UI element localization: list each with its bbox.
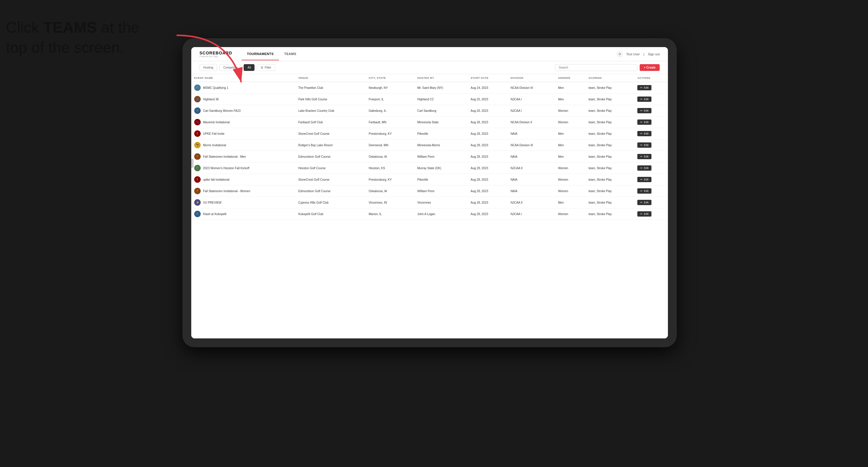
edit-icon: ✏ — [640, 201, 643, 204]
cell-division: NAIA — [507, 174, 555, 185]
edit-button[interactable]: ✏ Edit — [637, 211, 651, 217]
team-logo: ⚡ — [194, 199, 201, 206]
edit-button[interactable]: ✏ Edit — [637, 188, 651, 194]
cell-scoring: team, Stroke Play — [586, 185, 634, 197]
cell-venue: StoneCrest Golf Course — [296, 174, 366, 185]
cell-event-name: 🏌 2023 Women's Hesston Fall Kickoff — [191, 162, 296, 174]
event-name: MSMC Qualifying 1 — [203, 86, 228, 89]
cell-city-state: Deerwood, MN — [366, 139, 414, 151]
competing-tab[interactable]: Competing — [219, 64, 241, 71]
cell-gender: Women — [555, 105, 586, 117]
team-logo: 🏌 — [194, 176, 201, 183]
cell-start-date: Aug 28, 2023 — [468, 185, 508, 197]
col-actions: ACTIONS — [634, 74, 668, 82]
cell-city-state: Vincennes, IN — [366, 197, 414, 208]
event-name: 2023 Women's Hesston Fall Kickoff — [203, 166, 249, 170]
nav-teams[interactable]: TEAMS — [279, 48, 302, 60]
edit-button[interactable]: ✏ Edit — [637, 85, 651, 90]
hosting-tab[interactable]: Hosting — [199, 64, 217, 71]
edit-button[interactable]: ✏ Edit — [637, 165, 651, 171]
col-event-name: EVENT NAME — [191, 74, 296, 82]
col-start-date: START DATE — [468, 74, 508, 82]
cell-event-name: 🏌 MSMC Qualifying 1 — [191, 82, 296, 94]
nav-right: ⚙ Test User | Sign out — [617, 51, 660, 57]
edit-button[interactable]: ✏ Edit — [637, 120, 651, 125]
edit-button[interactable]: ✏ Edit — [637, 154, 651, 159]
cell-division: NJCAA I — [507, 94, 555, 105]
cell-actions: ✏ Edit — [634, 174, 668, 185]
cell-city-state: Oskaloosa, IA — [366, 185, 414, 197]
cell-scoring: team, Stroke Play — [586, 128, 634, 139]
event-name: Fall Statesmen Invitational - Women — [203, 189, 250, 193]
cell-city-state: Galesburg, IL — [366, 105, 414, 117]
cell-division: NJCAA I — [507, 208, 555, 220]
cell-venue: Faribault Golf Club — [296, 117, 366, 128]
all-tab[interactable]: All — [244, 64, 254, 71]
cell-event-name: 🏌 Klash at Kokopelli — [191, 208, 296, 220]
cell-hosted-by: Pikeville — [414, 174, 468, 185]
cell-city-state: Prestonsburg, KY — [366, 174, 414, 185]
cell-gender: Women — [555, 162, 586, 174]
cell-hosted-by: Vincennes — [414, 197, 468, 208]
cell-division: NCAA Division III — [507, 139, 555, 151]
team-logo: 🏌 — [194, 211, 201, 217]
cell-event-name: 🦅 Morris Invitational — [191, 139, 296, 151]
tablet-screen: SCOREBOARD Powered by Clipp TOURNAMENTS … — [191, 47, 668, 338]
edit-button[interactable]: ✏ Edit — [637, 131, 651, 136]
col-gender: GENDER — [555, 74, 586, 82]
search-input[interactable] — [555, 64, 637, 71]
filter-label: Filter — [265, 66, 271, 69]
cell-venue: Park Hills Golf Course — [296, 94, 366, 105]
filter-icon: ☰ — [261, 66, 264, 69]
team-logo: 👤 — [194, 96, 201, 102]
cell-start-date: Aug 28, 2023 — [468, 117, 508, 128]
cell-actions: ✏ Edit — [634, 117, 668, 128]
edit-icon: ✏ — [640, 178, 643, 181]
table-row: ⚡ VU PREVIEW Cypress Hills Golf Club Vin… — [191, 197, 668, 208]
cell-hosted-by: William Penn — [414, 151, 468, 162]
filter-button[interactable]: ☰ Filter — [257, 64, 275, 71]
edit-label: Edit — [644, 98, 649, 101]
table-container: EVENT NAME VENUE CITY, STATE HOSTED BY S… — [191, 74, 668, 338]
cell-gender: Women — [555, 174, 586, 185]
edit-label: Edit — [644, 86, 649, 89]
cell-scoring: team, Stroke Play — [586, 139, 634, 151]
create-button[interactable]: + Create — [640, 64, 660, 71]
cell-scoring: team, Stroke Play — [586, 174, 634, 185]
edit-icon: ✏ — [640, 213, 643, 215]
cell-scoring: team, Stroke Play — [586, 208, 634, 220]
edit-label: Edit — [644, 213, 649, 215]
table-row: 🏌 Klash at Kokopelli Kokopelli Golf Club… — [191, 208, 668, 220]
settings-icon[interactable]: ⚙ — [617, 51, 623, 57]
table-row: 🏌 Carl Sandburg Women FA23 Lake Bracken … — [191, 105, 668, 117]
team-logo: 🐾 — [194, 119, 201, 125]
user-name: Test User — [626, 52, 640, 56]
cell-city-state: Faribault, MN — [366, 117, 414, 128]
cell-city-state: Marion, IL — [366, 208, 414, 220]
nav-tournaments[interactable]: TOURNAMENTS — [242, 48, 279, 60]
edit-icon: ✏ — [640, 109, 643, 112]
edit-button[interactable]: ✏ Edit — [637, 108, 651, 113]
cell-hosted-by: Minnesota State — [414, 117, 468, 128]
tablet-frame: SCOREBOARD Powered by Clipp TOURNAMENTS … — [182, 38, 677, 347]
edit-button[interactable]: ✏ Edit — [637, 143, 651, 148]
edit-icon: ✏ — [640, 189, 643, 192]
cell-hosted-by: Carl Sandburg — [414, 105, 468, 117]
edit-label: Edit — [644, 178, 649, 181]
cell-venue: Hesston Golf Course — [296, 162, 366, 174]
cell-scoring: team, Stroke Play — [586, 94, 634, 105]
cell-actions: ✏ Edit — [634, 82, 668, 94]
edit-button[interactable]: ✏ Edit — [637, 177, 651, 182]
cell-division: NAIA — [507, 185, 555, 197]
event-name: Morris Invitational — [203, 144, 226, 147]
edit-icon: ✏ — [640, 121, 643, 124]
cell-venue: The Powelton Club — [296, 82, 366, 94]
sign-out-link[interactable]: Sign out — [648, 52, 660, 56]
cell-start-date: Aug 28, 2023 — [468, 162, 508, 174]
cell-gender: Men — [555, 82, 586, 94]
edit-icon: ✏ — [640, 144, 643, 147]
cell-event-name: ⚡ VU PREVIEW — [191, 197, 296, 208]
edit-button[interactable]: ✏ Edit — [637, 200, 651, 205]
edit-icon: ✏ — [640, 155, 643, 158]
edit-button[interactable]: ✏ Edit — [637, 96, 651, 102]
